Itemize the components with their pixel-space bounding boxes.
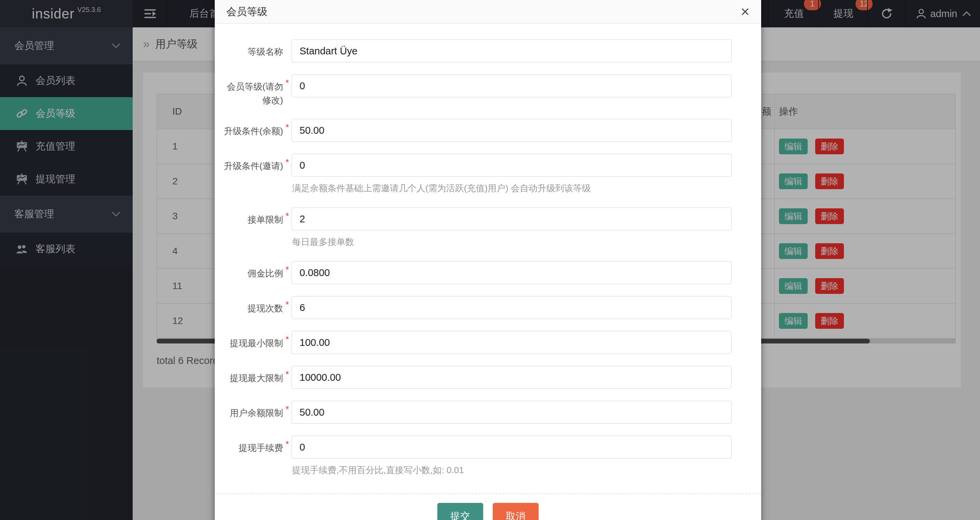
form-row-level-name: 等级名称 — [221, 39, 732, 62]
admin-page: insider V25.3.6 后台首页 充值 1 提现 12 — [0, 0, 980, 520]
required-asterisk: * — [283, 366, 291, 380]
cancel-button[interactable]: 取消 — [493, 503, 539, 520]
field-label: 提现次数 — [221, 296, 283, 315]
required-asterisk: * — [283, 435, 291, 450]
required-asterisk: * — [283, 296, 291, 310]
member-level-modal: 会员等级 × 等级名称 会员等级(请勿修改) * 升级条件(余额) * 升级条件… — [215, 0, 761, 520]
required-asterisk: * — [283, 119, 291, 133]
form-row-commission-rate: 佣金比例 * — [221, 261, 732, 284]
form-row-order-limit: 接单限制 * 每日最多接单数 — [221, 207, 732, 249]
form-row-upgrade-invite: 升级条件(邀请) * 满足余额条件基础上需邀请几个人(需为活跃(充值)用户) 会… — [221, 154, 732, 196]
user-balance-limit-input[interactable] — [291, 400, 732, 424]
field-label: 提现手续费 — [221, 435, 283, 455]
field-label: 用户余额限制 — [221, 400, 283, 420]
form-row-withdraw-fee: 提现手续费 * 提现手续费,不用百分比,直接写小数,如: 0.01 — [221, 435, 732, 478]
withdraw-min-input[interactable] — [291, 331, 732, 354]
withdraw-times-input[interactable] — [291, 296, 732, 319]
withdraw-max-input[interactable] — [291, 366, 732, 389]
field-label: 等级名称 — [221, 39, 283, 59]
form-row-withdraw-times: 提现次数 * — [221, 296, 732, 319]
required-asterisk: * — [283, 400, 291, 415]
field-label: 提现最小限制 — [221, 331, 283, 350]
form-row-member-level: 会员等级(请勿修改) * — [221, 74, 732, 107]
required-asterisk: * — [283, 74, 291, 88]
upgrade-invite-input[interactable] — [291, 154, 732, 177]
form-row-withdraw-min: 提现最小限制 * — [221, 331, 732, 354]
member-level-input[interactable] — [291, 74, 732, 97]
upgrade-balance-input[interactable] — [291, 119, 732, 142]
field-label: 会员等级(请勿修改) — [221, 74, 283, 107]
field-help-text: 提现手续费,不用百分比,直接写小数,如: 0.01 — [292, 464, 732, 476]
field-label: 接单限制 — [221, 207, 283, 227]
modal-title: 会员等级 — [226, 6, 267, 17]
order-limit-input[interactable] — [291, 207, 732, 231]
field-label: 升级条件(余额) — [221, 119, 283, 138]
field-help-text: 每日最多接单数 — [292, 236, 732, 248]
field-label: 提现最大限制 — [221, 366, 283, 385]
close-icon[interactable]: × — [738, 0, 752, 23]
form-row-user-balance-limit: 用户余额限制 * — [221, 400, 732, 424]
required-asterisk: * — [283, 207, 291, 221]
withdraw-fee-input[interactable] — [291, 435, 732, 459]
submit-button[interactable]: 提交 — [438, 503, 483, 520]
field-help-text: 满足余额条件基础上需邀请几个人(需为活跃(充值)用户) 会自动升级到该等级 — [292, 182, 732, 194]
required-asterisk: * — [283, 261, 291, 275]
modal-form: 等级名称 会员等级(请勿修改) * 升级条件(余额) * 升级条件(邀请) * … — [215, 24, 761, 478]
commission-rate-input[interactable] — [291, 261, 732, 284]
modal-actions: 提交 取消 — [215, 493, 761, 520]
required-asterisk: * — [283, 331, 291, 345]
field-label: 佣金比例 — [221, 261, 283, 280]
field-label: 升级条件(邀请) — [221, 154, 283, 173]
level-name-input[interactable] — [291, 39, 732, 62]
modal-header: 会员等级 × — [215, 0, 761, 24]
required-asterisk: * — [283, 154, 291, 167]
form-row-upgrade-balance: 升级条件(余额) * — [221, 119, 732, 142]
form-row-withdraw-max: 提现最大限制 * — [221, 366, 732, 389]
required-asterisk — [283, 39, 291, 43]
